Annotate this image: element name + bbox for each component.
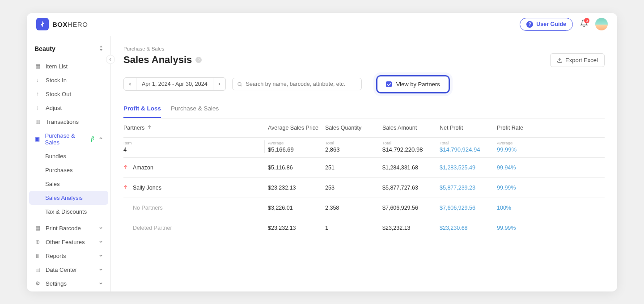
logo[interactable]: BOXHERO <box>36 18 88 30</box>
question-icon: ? <box>526 21 533 28</box>
sidebar-item-stock-in[interactable]: ↓Stock In <box>27 73 110 87</box>
sidebar-item-transactions[interactable]: ▥Transactions <box>27 115 110 129</box>
nav-icon: ↑ <box>34 91 41 97</box>
sidebar: Beauty ▦Item List↓Stock In↑Stock Out↕Adj… <box>27 36 111 291</box>
date-range-value[interactable]: Apr 1, 2024 - Apr 30, 2024 <box>136 78 213 90</box>
summary-avg-label: Average <box>268 140 325 145</box>
cell-avg: $3,226.01 <box>268 205 325 211</box>
chevron-left-icon <box>128 82 132 86</box>
col-net-profit[interactable]: Net Profit <box>440 125 497 131</box>
table-row[interactable]: No Partners $3,226.01 2,358 $7,606,929.5… <box>123 198 605 218</box>
user-guide-label: User Guide <box>536 21 566 27</box>
sidebar-item-reports[interactable]: ⫼Reports <box>27 249 110 263</box>
page-title: Sales Analysis <box>123 54 192 66</box>
trend-up-icon <box>123 185 128 190</box>
sidebar-sub-sales[interactable]: Sales <box>27 177 110 191</box>
notifications-button[interactable]: 0 <box>580 19 588 29</box>
checkbox-checked-icon[interactable] <box>386 81 392 87</box>
partner-name: No Partners <box>133 205 163 211</box>
table-row[interactable]: Sally Jones $23,232.13 253 $5,877,727.63… <box>123 178 605 198</box>
collapse-sidebar-button[interactable] <box>106 55 115 64</box>
cell-net: $7,606,929.56 <box>440 205 497 211</box>
team-selector[interactable]: Beauty <box>27 40 110 59</box>
summary-amt-value: $14,792,220.98 <box>382 146 440 153</box>
sidebar-sub-sales-analysis[interactable]: Sales Analysis <box>29 191 108 205</box>
col-avg-price[interactable]: Average Sales Price <box>268 125 325 131</box>
table-row[interactable]: Deleted Partner $23,232.13 1 $23,232.13 … <box>123 218 605 238</box>
app-window: BOXHERO ? User Guide 0 Beauty <box>27 13 617 291</box>
nav-icon: ▤ <box>34 266 41 273</box>
tab-purchase-sales[interactable]: Purchase & Sales <box>171 105 219 118</box>
team-name: Beauty <box>34 45 55 52</box>
summary-qty-value: 2,863 <box>325 146 382 153</box>
sidebar-item-adjust[interactable]: ↕Adjust <box>27 101 110 115</box>
header: BOXHERO ? User Guide 0 <box>27 13 617 36</box>
summary-qty-label: Total <box>325 140 382 145</box>
summary-rate-label: Average <box>497 140 605 145</box>
summary-item-value: 4 <box>123 146 264 153</box>
sidebar-item-data-center[interactable]: ▤Data Center <box>27 263 110 277</box>
sidebar-item-label: Stock Out <box>46 91 71 97</box>
cell-qty: 251 <box>325 165 382 171</box>
tab-profit-loss[interactable]: Profit & Loss <box>123 105 161 118</box>
sidebar-item-purchase-sales[interactable]: ▣ Purchase & Sales β <box>27 129 110 149</box>
sidebar-item-print-barcode[interactable]: ▤Print Barcode <box>27 221 110 235</box>
date-range-picker[interactable]: Apr 1, 2024 - Apr 30, 2024 <box>123 77 226 91</box>
cell-rate: 99.99% <box>497 225 605 231</box>
sidebar-item-item-list[interactable]: ▦Item List <box>27 59 110 73</box>
search-icon <box>237 81 242 87</box>
sidebar-item-label: Adjust <box>46 105 62 111</box>
avatar[interactable] <box>595 18 608 30</box>
date-prev-button[interactable] <box>124 78 136 90</box>
sidebar-item-label: Stock In <box>46 77 67 84</box>
sidebar-item-other-features[interactable]: ⊕Other Features <box>27 235 110 249</box>
cell-net: $1,283,525.49 <box>440 165 497 171</box>
trend-up-icon <box>123 165 128 170</box>
user-guide-button[interactable]: ? User Guide <box>520 18 573 31</box>
col-partners[interactable]: Partners <box>123 125 268 131</box>
sidebar-sub-purchases[interactable]: Purchases <box>27 163 110 177</box>
nav-icon: ⊕ <box>34 239 41 245</box>
table-header: Partners Average Sales Price Sales Quant… <box>123 118 605 137</box>
export-icon <box>557 57 563 63</box>
export-excel-button[interactable]: Export Excel <box>550 53 605 67</box>
cell-avg: $23,232.13 <box>268 185 325 191</box>
help-icon[interactable]: ? <box>195 57 202 63</box>
export-label: Export Excel <box>565 57 598 63</box>
summary-row: Item 4 Average $5,166.69 Total 2,863 Tot… <box>123 137 605 158</box>
sidebar-sub-bundles[interactable]: Bundles <box>27 149 110 163</box>
cell-qty: 1 <box>325 225 382 231</box>
breadcrumb: Purchase & Sales <box>123 46 605 51</box>
chevron-down-icon <box>99 226 103 231</box>
chevron-left-icon <box>109 58 112 61</box>
cell-rate: 100% <box>497 205 605 211</box>
chevron-down-icon <box>99 281 103 286</box>
notif-badge: 0 <box>584 18 589 23</box>
col-sales-amount[interactable]: Sales Amount <box>382 125 440 131</box>
cell-net: $23,230.68 <box>440 225 497 231</box>
cell-qty: 2,358 <box>325 205 382 211</box>
sidebar-item-label: Other Features <box>46 239 85 245</box>
view-by-partners-toggle[interactable]: View by Partners <box>376 75 450 93</box>
col-profit-rate[interactable]: Profit Rate <box>497 125 605 131</box>
cell-rate: 99.94% <box>497 165 605 171</box>
partner-name: Deleted Partner <box>133 225 172 231</box>
date-next-button[interactable] <box>213 78 225 90</box>
sidebar-item-label: Transactions <box>46 118 79 125</box>
beta-badge: β <box>91 135 94 142</box>
sidebar-item-label: Data Center <box>46 266 77 273</box>
sidebar-item-label: Item List <box>46 63 68 70</box>
search-input[interactable] <box>246 81 357 87</box>
sidebar-item-stock-out[interactable]: ↑Stock Out <box>27 87 110 101</box>
summary-rate-value: 99.99% <box>497 146 605 153</box>
sidebar-sub-tax-discounts[interactable]: Tax & Discounts <box>27 205 110 219</box>
nav-icon: ↕ <box>34 105 41 111</box>
cell-amt: $1,284,331.68 <box>382 165 440 171</box>
search-box[interactable] <box>232 78 362 90</box>
sidebar-item-label: Print Barcode <box>46 225 81 232</box>
col-sales-qty[interactable]: Sales Quantity <box>325 125 382 131</box>
sidebar-item-settings[interactable]: ⚙Settings <box>27 277 110 291</box>
view-partners-label: View by Partners <box>396 81 440 88</box>
table-row[interactable]: Amazon $5,116.86 251 $1,284,331.68 $1,28… <box>123 158 605 178</box>
cell-rate: 99.99% <box>497 185 605 191</box>
